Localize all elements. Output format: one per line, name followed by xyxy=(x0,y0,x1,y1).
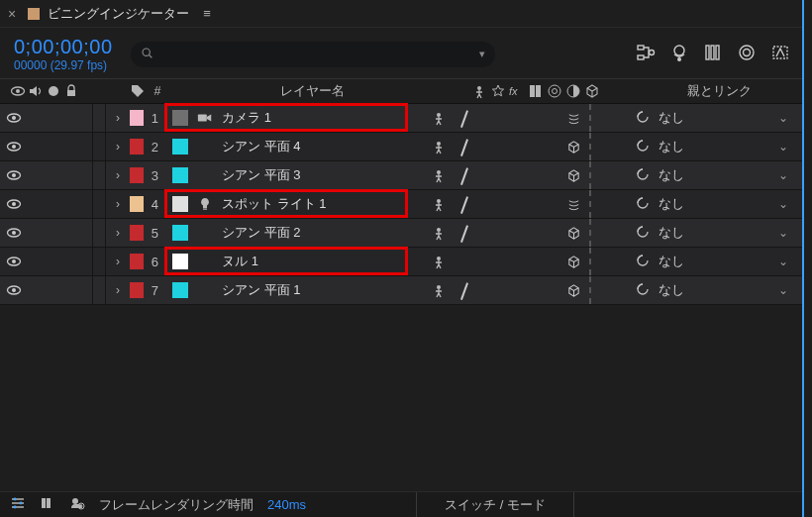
visibility-cell[interactable] xyxy=(0,104,79,132)
timecode-main[interactable]: 0;00;00;00 xyxy=(14,36,113,58)
threed-switch[interactable] xyxy=(563,223,583,243)
threed-switch[interactable] xyxy=(563,194,583,214)
parent-dropdown[interactable]: なし⌄ xyxy=(659,195,802,213)
composition-tab[interactable]: ビニングインジケーター xyxy=(48,5,199,23)
toggle-switches-icon[interactable] xyxy=(10,495,26,514)
parent-dropdown[interactable]: なし⌄ xyxy=(659,253,802,270)
pickwhip-icon[interactable] xyxy=(635,166,653,184)
pickwhip-icon[interactable] xyxy=(635,138,653,155)
panel-menu-icon[interactable]: ≡ xyxy=(203,6,211,21)
threed-switch[interactable] xyxy=(563,108,583,128)
solo-cell[interactable] xyxy=(93,276,107,304)
solo-cell[interactable] xyxy=(93,190,107,218)
parent-dropdown[interactable]: なし⌄ xyxy=(659,224,802,242)
layer-row[interactable]: ›4スポット ライト 1なし⌄ xyxy=(0,190,802,219)
layer-row[interactable]: ›5シアン 平面 2なし⌄ xyxy=(0,219,802,248)
toggle-switches2-icon[interactable] xyxy=(40,495,55,514)
layer-row[interactable]: ›2シアン 平面 4なし⌄ xyxy=(0,133,802,161)
twirl-icon[interactable]: › xyxy=(106,276,129,304)
shy-cell[interactable] xyxy=(79,190,93,218)
visibility-cell[interactable] xyxy=(0,219,79,247)
handle-column[interactable] xyxy=(422,133,455,160)
motion-blur-icon[interactable] xyxy=(770,43,790,65)
label-color[interactable] xyxy=(130,190,144,218)
visibility-cell[interactable] xyxy=(0,276,79,304)
layer-name-cell[interactable]: シアン 平面 1 xyxy=(166,276,422,304)
handle-column[interactable] xyxy=(422,248,455,275)
threed-switch[interactable] xyxy=(563,165,583,185)
layer-name-header[interactable]: レイヤー名 xyxy=(171,83,449,100)
parent-header[interactable]: 親とリンク xyxy=(631,83,798,100)
draft3d-icon[interactable] xyxy=(669,43,689,65)
shy-cell[interactable] xyxy=(79,161,93,189)
parent-dropdown[interactable]: なし⌄ xyxy=(659,109,802,127)
visibility-cell[interactable] xyxy=(0,161,79,189)
close-icon[interactable]: × xyxy=(8,6,16,22)
pickwhip-icon[interactable] xyxy=(635,281,653,299)
label-color[interactable] xyxy=(130,104,144,132)
layer-name-cell[interactable]: カメラ 1 xyxy=(166,104,422,132)
handle-column[interactable] xyxy=(422,219,455,247)
shy-cell[interactable] xyxy=(79,219,93,247)
comp-flowchart-icon[interactable] xyxy=(636,43,656,65)
shy-cell[interactable] xyxy=(79,133,93,160)
twirl-icon[interactable]: › xyxy=(106,133,129,160)
collapse-switch[interactable] xyxy=(455,252,474,271)
pickwhip-icon[interactable] xyxy=(635,109,653,127)
pickwhip-icon[interactable] xyxy=(635,195,653,213)
twirl-icon[interactable]: › xyxy=(106,104,129,132)
parent-dropdown[interactable]: なし⌄ xyxy=(659,281,802,299)
layer-name-cell[interactable]: シアン 平面 3 xyxy=(166,161,422,189)
solo-cell[interactable] xyxy=(93,104,107,132)
solo-cell[interactable] xyxy=(93,219,107,247)
handle-column[interactable] xyxy=(422,161,455,189)
switches-modes-toggle[interactable]: スイッチ / モード xyxy=(416,492,574,517)
collapse-switch[interactable] xyxy=(455,194,474,214)
visibility-cell[interactable] xyxy=(0,190,79,218)
visibility-cell[interactable] xyxy=(0,133,79,160)
layer-row[interactable]: ›7シアン 平面 1なし⌄ xyxy=(0,276,802,305)
shy-layers-icon[interactable] xyxy=(703,43,723,65)
parent-dropdown[interactable]: なし⌄ xyxy=(659,166,802,184)
handle-column[interactable] xyxy=(422,276,455,304)
collapse-switch[interactable] xyxy=(455,108,474,128)
twirl-icon[interactable]: › xyxy=(106,190,129,218)
solo-cell[interactable] xyxy=(93,248,107,275)
render-time-icon[interactable] xyxy=(69,495,85,514)
label-color[interactable] xyxy=(130,248,144,275)
parent-dropdown[interactable]: なし⌄ xyxy=(659,138,802,155)
visibility-cell[interactable] xyxy=(0,248,79,275)
threed-switch[interactable] xyxy=(563,137,583,156)
collapse-switch[interactable] xyxy=(455,280,474,300)
frame-blend-icon[interactable] xyxy=(737,43,757,65)
shy-cell[interactable] xyxy=(79,104,93,132)
solo-cell[interactable] xyxy=(93,161,107,189)
label-color[interactable] xyxy=(130,161,144,189)
threed-switch[interactable] xyxy=(563,252,583,271)
layer-row[interactable]: ›1カメラ 1なし⌄ xyxy=(0,104,802,133)
layer-name-cell[interactable]: スポット ライト 1 xyxy=(166,190,422,218)
shy-cell[interactable] xyxy=(79,276,93,304)
current-time[interactable]: 0;00;00;00 00000 (29.97 fps) xyxy=(14,36,113,72)
chevron-down-icon[interactable]: ▾ xyxy=(479,48,485,60)
twirl-icon[interactable]: › xyxy=(106,161,129,189)
label-color[interactable] xyxy=(130,276,144,304)
pickwhip-icon[interactable] xyxy=(635,253,653,270)
shy-cell[interactable] xyxy=(79,248,93,275)
pickwhip-icon[interactable] xyxy=(635,224,653,242)
handle-column[interactable] xyxy=(422,104,455,132)
layer-search-field[interactable]: ▾ xyxy=(131,42,495,67)
layer-name-cell[interactable]: ヌル 1 xyxy=(166,248,422,275)
label-color[interactable] xyxy=(130,219,144,247)
twirl-icon[interactable]: › xyxy=(106,219,129,247)
twirl-icon[interactable]: › xyxy=(106,248,129,275)
collapse-switch[interactable] xyxy=(455,223,474,243)
collapse-switch[interactable] xyxy=(455,137,474,156)
collapse-switch[interactable] xyxy=(455,165,474,185)
solo-cell[interactable] xyxy=(93,133,107,160)
handle-column[interactable] xyxy=(422,190,455,218)
threed-switch[interactable] xyxy=(563,280,583,300)
label-color[interactable] xyxy=(130,133,144,160)
layer-name-cell[interactable]: シアン 平面 4 xyxy=(166,133,422,160)
layer-name-cell[interactable]: シアン 平面 2 xyxy=(166,219,422,247)
